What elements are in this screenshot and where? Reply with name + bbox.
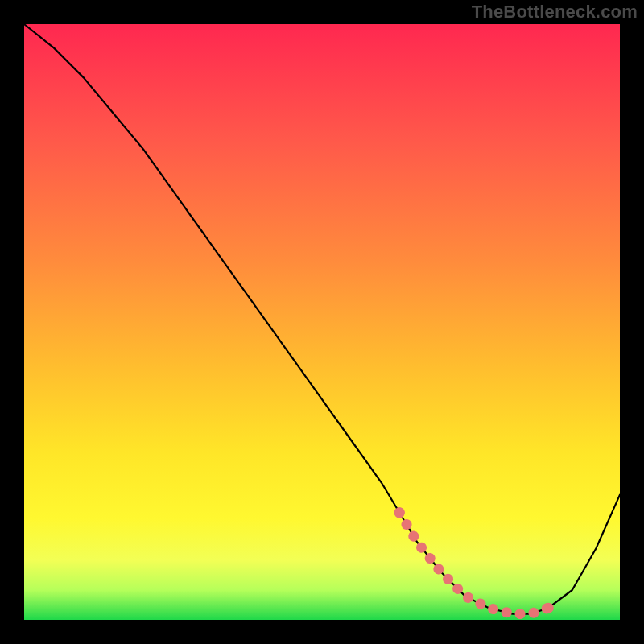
svg-point-0 bbox=[394, 507, 405, 518]
bottleneck-chart bbox=[0, 0, 644, 644]
watermark-text: TheBottleneck.com bbox=[472, 2, 638, 23]
chart-container: TheBottleneck.com bbox=[0, 0, 644, 644]
svg-point-1 bbox=[543, 603, 554, 613]
